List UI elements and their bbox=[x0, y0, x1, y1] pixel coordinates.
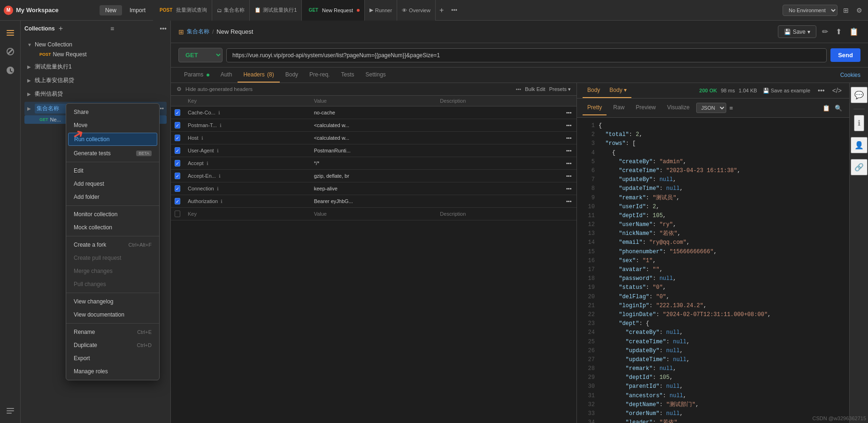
collection-row-batch[interactable]: ▶ 测试批量执行1 bbox=[24, 61, 167, 73]
ctx-add-request[interactable]: Add request bbox=[66, 177, 159, 190]
header-val-1[interactable]: no-cache bbox=[310, 107, 437, 118]
resp-raw-tab[interactable]: Raw bbox=[608, 100, 629, 115]
header-desc-1[interactable] bbox=[436, 110, 562, 115]
user-right-button[interactable]: 👤 bbox=[851, 137, 868, 153]
ctx-duplicate[interactable]: Duplicate Ctrl+D bbox=[66, 339, 159, 352]
copy-icon-button[interactable]: 📋 bbox=[847, 25, 860, 38]
bulk-edit-button[interactable]: Bulk Edit bbox=[525, 86, 545, 92]
key-input-empty[interactable] bbox=[188, 211, 307, 217]
ctx-fork[interactable]: Create a fork Ctrl+Alt+F bbox=[66, 238, 159, 251]
collection-row-new[interactable]: ▼ New Collection bbox=[24, 39, 167, 50]
info-right-button[interactable]: ℹ bbox=[854, 115, 864, 131]
hide-auto-toggle[interactable]: Hide auto-generated headers bbox=[185, 86, 253, 92]
header-val-empty[interactable] bbox=[310, 208, 437, 219]
tab-batch-exec[interactable]: 📋 测试批量执行1 bbox=[250, 0, 302, 21]
header-key-4[interactable]: User-Agent ℹ bbox=[184, 145, 310, 156]
header-desc-2[interactable] bbox=[436, 122, 562, 128]
tab-params[interactable]: Params bbox=[178, 68, 215, 83]
val-input-empty[interactable] bbox=[314, 211, 433, 217]
ctx-export[interactable]: Export bbox=[66, 352, 159, 365]
header-key-empty[interactable] bbox=[184, 208, 310, 219]
new-tab-button[interactable]: + bbox=[436, 6, 447, 15]
header-key-6[interactable]: Accept-En... ℹ bbox=[184, 170, 310, 181]
header-key-8[interactable]: Authorization ℹ bbox=[184, 196, 310, 207]
edit-icon-button[interactable]: ✏ bbox=[820, 25, 830, 38]
breadcrumb-collection[interactable]: 集合名称 bbox=[187, 28, 209, 36]
checkbox-3[interactable]: ✓ bbox=[175, 135, 180, 141]
tab-batch-query[interactable]: POST 批量测试查询 bbox=[153, 0, 212, 21]
checkbox-8[interactable]: ✓ bbox=[175, 198, 180, 204]
request-item-new-request[interactable]: POST New Request bbox=[24, 50, 167, 59]
collection-row-tai[interactable]: ▶ 线上泰安信易贷 bbox=[24, 75, 167, 86]
search-resp-button[interactable]: 🔍 bbox=[833, 103, 844, 113]
header-check-3[interactable]: ✓ bbox=[171, 132, 184, 144]
format-select[interactable]: JSON bbox=[696, 103, 726, 113]
workspace-selector[interactable]: M My Workspace bbox=[4, 6, 98, 15]
header-val-5[interactable]: */* bbox=[310, 158, 437, 169]
sidebar-icon-history[interactable] bbox=[2, 62, 19, 79]
settings-icon[interactable]: ⚙ bbox=[854, 5, 864, 16]
desc-input-empty[interactable] bbox=[440, 211, 559, 217]
tab-new-request[interactable]: GET New Request bbox=[302, 0, 365, 21]
ctx-docs[interactable]: View documentation bbox=[66, 308, 159, 321]
checkbox-7[interactable]: ✓ bbox=[175, 185, 180, 192]
header-key-1[interactable]: Cache-Co... ℹ bbox=[184, 107, 310, 118]
tab-headers[interactable]: Headers (8) bbox=[238, 68, 279, 83]
header-check-1[interactable]: ✓ bbox=[171, 106, 184, 119]
add-collection-button[interactable]: + bbox=[57, 23, 65, 34]
tab-body[interactable]: Body bbox=[280, 68, 304, 83]
collection-more-button[interactable]: ••• bbox=[160, 25, 167, 32]
send-button[interactable]: Send bbox=[830, 48, 860, 62]
tab-prereq[interactable]: Pre-req. bbox=[304, 68, 335, 83]
more-tabs-button[interactable]: ••• bbox=[447, 7, 461, 14]
checkbox-5[interactable]: ✓ bbox=[175, 160, 180, 166]
save-button[interactable]: 💾 Save ▾ bbox=[778, 25, 816, 38]
comment-icon-button[interactable]: 💬 bbox=[851, 87, 868, 103]
url-input[interactable] bbox=[226, 48, 827, 62]
header-val-2[interactable]: <calculated w... bbox=[310, 120, 437, 131]
header-key-7[interactable]: Connection ℹ bbox=[184, 183, 310, 194]
ctx-manage-roles[interactable]: Manage roles bbox=[66, 365, 159, 378]
code-view-button[interactable]: </> bbox=[830, 85, 844, 96]
header-key-2[interactable]: Postman-T... ℹ bbox=[184, 120, 310, 131]
ctx-gen-tests[interactable]: Generate tests BETA bbox=[66, 147, 159, 160]
header-check-4[interactable]: ✓ bbox=[171, 144, 184, 157]
resp-pretty-tab[interactable]: Pretty bbox=[583, 100, 607, 115]
header-key-3[interactable]: Host ℹ bbox=[184, 132, 310, 144]
sidebar-icon-collections[interactable] bbox=[2, 24, 19, 41]
tab-collection-name[interactable]: 🗂 集合名称 bbox=[212, 0, 250, 21]
header-val-6[interactable]: gzip, deflate, br bbox=[310, 170, 437, 181]
resp-tab-pretty[interactable]: Body bbox=[583, 83, 605, 98]
header-desc-empty[interactable] bbox=[436, 208, 562, 219]
import-button[interactable]: Import bbox=[124, 5, 151, 15]
checkbox-1[interactable]: ✓ bbox=[175, 109, 180, 116]
sidebar-icon-environments[interactable] bbox=[2, 43, 19, 60]
ctx-edit[interactable]: Edit bbox=[66, 164, 159, 177]
cookies-link[interactable]: Cookies bbox=[840, 72, 860, 78]
ctx-mock[interactable]: Mock collection bbox=[66, 221, 159, 234]
header-desc-3[interactable] bbox=[436, 135, 562, 141]
tab-overview[interactable]: 👁 Overview bbox=[397, 0, 436, 21]
checkbox-4[interactable]: ✓ bbox=[175, 147, 180, 154]
resp-tab-body-type[interactable]: Body ▾ bbox=[605, 83, 631, 98]
copy-resp-button[interactable]: 📋 bbox=[821, 103, 831, 113]
header-desc-7[interactable] bbox=[436, 186, 562, 191]
collection-menu-button[interactable]: ≡ bbox=[110, 25, 114, 32]
checkbox-6[interactable]: ✓ bbox=[175, 173, 180, 179]
checkbox-2[interactable]: ✓ bbox=[175, 122, 180, 128]
header-check-2[interactable]: ✓ bbox=[171, 119, 184, 131]
tab-runner[interactable]: ▶ Runner bbox=[365, 0, 397, 21]
header-desc-5[interactable] bbox=[436, 160, 562, 166]
resp-visualize-tab[interactable]: Visualize bbox=[662, 100, 694, 115]
header-val-8[interactable]: Bearer eyJhbG... bbox=[310, 196, 437, 207]
grid-view-button[interactable]: ⊞ bbox=[841, 5, 851, 16]
method-select[interactable]: GET POST PUT DELETE bbox=[178, 48, 223, 62]
header-key-5[interactable]: Accept ℹ bbox=[184, 158, 310, 169]
new-button[interactable]: New bbox=[100, 5, 122, 15]
ctx-changelog[interactable]: View changelog bbox=[66, 295, 159, 308]
share-icon-button[interactable]: ⬆ bbox=[834, 25, 844, 38]
ctx-add-folder[interactable]: Add folder bbox=[66, 190, 159, 204]
more-resp-button[interactable]: ••• bbox=[816, 85, 827, 96]
header-check-5[interactable]: ✓ bbox=[171, 157, 184, 169]
ctx-monitor[interactable]: Monitor collection bbox=[66, 208, 159, 221]
